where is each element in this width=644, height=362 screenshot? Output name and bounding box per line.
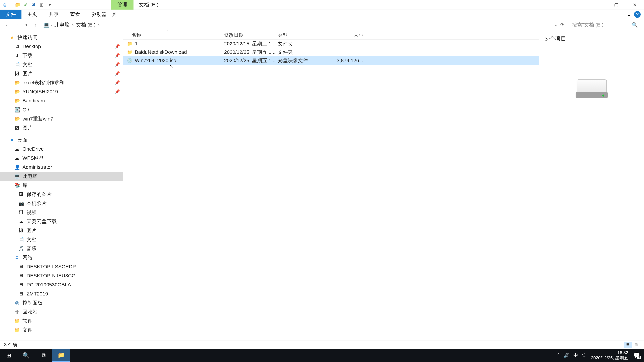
sidebar-item[interactable]: 🖥ZMT2019 xyxy=(0,289,123,298)
breadcrumb[interactable]: 💻 › 此电脑 › 文档 (E:) › xyxy=(41,21,100,29)
recent-dropdown-icon[interactable]: ▾ xyxy=(22,21,30,29)
help-icon[interactable]: ? xyxy=(634,11,641,18)
start-button[interactable]: ⊞ xyxy=(0,349,18,362)
sidebar-item[interactable]: 📄文档📌 xyxy=(0,60,123,69)
sidebar-item[interactable]: 🖼图片 xyxy=(0,226,123,235)
chevron-right-icon[interactable]: › xyxy=(72,22,74,28)
ime-indicator[interactable]: 中 xyxy=(574,352,578,359)
address-bar: ← → ▾ ↑ 💻 › 此电脑 › 文档 (E:) › ⌄ ⟳ 搜索"文档 (E… xyxy=(0,19,644,31)
sidebar-item[interactable]: ☁OneDrive xyxy=(0,144,123,153)
item-icon: 📂 xyxy=(14,80,20,86)
chevron-right-icon[interactable]: › xyxy=(98,22,100,28)
volume-icon[interactable]: 🔊 xyxy=(564,353,569,358)
sidebar-item[interactable]: 🖼保存的图片 xyxy=(0,190,123,199)
tray-overflow-icon[interactable]: ˄ xyxy=(557,353,560,358)
sidebar-recycle-bin[interactable]: 🗑 回收站 xyxy=(0,307,123,317)
refresh-icon[interactable]: ⟳ xyxy=(560,22,564,28)
search-button[interactable]: 🔍 xyxy=(18,349,35,362)
checkmark-icon[interactable]: ✔ xyxy=(23,2,28,8)
back-button[interactable]: ← xyxy=(4,21,12,29)
qat-dropdown-icon[interactable]: ▾ xyxy=(47,2,53,8)
sidebar-item[interactable]: 📂excel表格制作求和📌 xyxy=(0,78,123,87)
file-type-icon: 📁 xyxy=(127,49,132,55)
clock[interactable]: 16:32 2020/12/25, 星期五 xyxy=(591,350,628,361)
breadcrumb-segment[interactable]: 此电脑 xyxy=(53,21,71,29)
sidebar-desktop[interactable]: ■ 桌面 xyxy=(0,135,123,144)
close-button[interactable]: ✕ xyxy=(626,0,644,9)
chevron-right-icon[interactable]: › xyxy=(50,22,52,28)
view-details-button[interactable]: ☰ xyxy=(624,342,632,348)
sidebar-item[interactable]: 🖥Desktop📌 xyxy=(0,42,123,51)
chevron-down-icon[interactable]: ⌄ xyxy=(554,22,558,28)
action-center-icon[interactable]: 💬3 xyxy=(632,351,641,360)
maximize-button[interactable]: ▢ xyxy=(607,0,626,9)
tab-view[interactable]: 查看 xyxy=(64,10,86,19)
view-thumbnails-button[interactable]: ▦ xyxy=(632,342,640,348)
sidebar-item[interactable]: 📚库 xyxy=(0,181,123,190)
column-type[interactable]: 类型 xyxy=(276,32,321,38)
folder-icon[interactable]: 📁 xyxy=(15,2,20,8)
pin-icon: 📌 xyxy=(114,44,120,49)
drive-preview-icon xyxy=(576,79,607,98)
item-icon: 📂 xyxy=(14,89,20,95)
sidebar-item-label: 文档 xyxy=(26,236,36,243)
sidebar-file[interactable]: 📁 文件 xyxy=(0,326,123,335)
forward-button[interactable]: → xyxy=(13,21,21,29)
minimize-button[interactable]: — xyxy=(589,0,607,9)
column-date[interactable]: 修改日期 xyxy=(222,32,276,38)
file-row[interactable]: 📁BaiduNetdiskDownload2020/12/25, 星期五 1..… xyxy=(123,48,539,56)
search-icon[interactable]: 🔍 xyxy=(632,22,640,28)
tab-drive-tools[interactable]: 驱动器工具 xyxy=(86,10,122,19)
expand-ribbon-icon[interactable]: ⌄ xyxy=(626,11,632,18)
computer-icon: 🖥 xyxy=(18,291,24,297)
sidebar-item[interactable]: 📂YUNQISHI2019📌 xyxy=(0,87,123,96)
sidebar-item[interactable]: 🎵音乐 xyxy=(0,244,123,253)
sidebar-item[interactable]: 📷本机照片 xyxy=(0,199,123,208)
up-button[interactable]: ↑ xyxy=(32,21,40,29)
sidebar-item[interactable]: 👤Administrator xyxy=(0,163,123,172)
taskbar-explorer[interactable]: 📁 xyxy=(52,349,70,362)
sidebar-item[interactable]: 📂Bandicam xyxy=(0,96,123,105)
main-area: ★ 快速访问 🖥Desktop📌⬇下载📌📄文档📌🖼图片📌📂excel表格制作求和… xyxy=(0,31,644,341)
tab-home[interactable]: 主页 xyxy=(22,10,43,19)
security-icon[interactable]: 🛡 xyxy=(582,353,587,358)
item-icon: 📂 xyxy=(14,98,20,104)
column-size[interactable]: 大小 xyxy=(321,32,366,38)
task-view-button[interactable]: ⧉ xyxy=(35,349,52,362)
sidebar-software[interactable]: 📁 软件 xyxy=(0,317,123,326)
sidebar-item[interactable]: 🖥PC-20190530OBLA xyxy=(0,280,123,289)
sidebar-item[interactable]: ☁天翼云盘下载 xyxy=(0,217,123,226)
sidebar-item[interactable]: 🖼图片 xyxy=(0,123,123,132)
sidebar-item[interactable]: ⬇下载📌 xyxy=(0,51,123,60)
file-row[interactable]: 💿Win7x64_2020.iso2020/12/25, 星期五 1...光盘映… xyxy=(123,56,539,65)
sidebar-item[interactable]: 💽G:\ xyxy=(0,105,123,114)
sidebar-item[interactable]: ☁WPS网盘 xyxy=(0,153,123,163)
search-input[interactable]: 搜索"文档 (E:)" 🔍 xyxy=(570,21,640,29)
tab-file[interactable]: 文件 xyxy=(0,10,22,19)
column-name[interactable]: 名称 ˄ xyxy=(123,32,222,38)
breadcrumb-segment[interactable]: 文档 (E:) xyxy=(75,21,97,29)
sidebar-item[interactable]: 📂win7重装win7 xyxy=(0,114,123,123)
search-placeholder: 搜索"文档 (E:)" xyxy=(572,21,605,28)
sidebar-item-label: 本机照片 xyxy=(26,200,46,207)
sidebar-item[interactable]: 📄文档 xyxy=(0,235,123,244)
sidebar-item-label: 保存的图片 xyxy=(26,191,52,198)
folder-icon: 📁 xyxy=(14,318,20,324)
sidebar-quick-access[interactable]: ★ 快速访问 xyxy=(0,33,123,42)
sidebar-network[interactable]: 🖧 网络 xyxy=(0,253,123,262)
sidebar-this-pc[interactable]: 💻此电脑 xyxy=(0,172,123,181)
tab-share[interactable]: 共享 xyxy=(43,10,64,19)
delete-icon[interactable]: 🗑 xyxy=(39,2,44,8)
sidebar-item[interactable]: 🖥DESKTOP-LSSOEDP xyxy=(0,262,123,271)
file-row[interactable]: 📁12020/12/15, 星期二 1...文件夹 xyxy=(123,39,539,48)
sidebar-control-panel[interactable]: 🛠 控制面板 xyxy=(0,298,123,307)
navigation-pane[interactable]: ★ 快速访问 🖥Desktop📌⬇下载📌📄文档📌🖼图片📌📂excel表格制作求和… xyxy=(0,31,123,341)
sidebar-item[interactable]: 🖼图片📌 xyxy=(0,69,123,78)
file-size: 3,874,126... xyxy=(321,58,366,63)
close-blue-icon[interactable]: ✖ xyxy=(31,2,36,8)
sidebar-item[interactable]: 🖥DESKTOP-NJEU3CG xyxy=(0,271,123,280)
manage-context-tab[interactable]: 管理 xyxy=(111,0,134,9)
item-icon: 🖼 xyxy=(18,191,24,197)
ribbon-help: ⌄ ? xyxy=(626,10,644,19)
sidebar-item[interactable]: 🎞视频 xyxy=(0,208,123,217)
